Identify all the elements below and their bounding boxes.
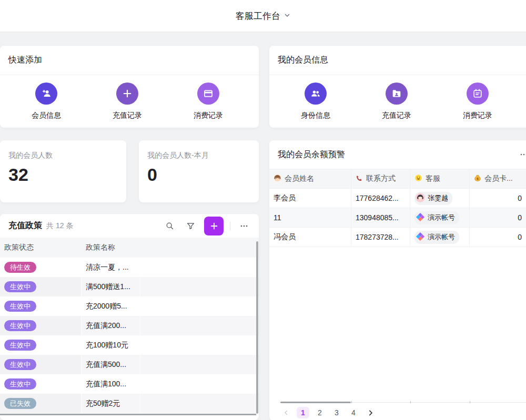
page-button[interactable]: 3 — [330, 407, 343, 418]
balance-warning-card: 我的会员余额预警 会员姓名 联系方式 客服 $ 会员卡... — [269, 140, 526, 420]
policy-name-cell: 充值满500... — [82, 355, 140, 374]
status-badge: 生效中 — [4, 301, 36, 312]
table-row[interactable]: 生效中 充值满200... — [0, 316, 259, 335]
quick-add-card: 快速添加 会员信息 充值记录 — [0, 46, 259, 128]
quick-add-consume-record[interactable]: 消费记录 — [170, 83, 246, 120]
table-row[interactable]: 李会员 177628462... 张雯越 0 — [269, 189, 526, 208]
table-header-row: 政策状态 政策名称 — [0, 238, 259, 258]
prev-page-icon[interactable] — [280, 407, 292, 418]
balance-warning-title: 我的会员余额预警 — [278, 149, 345, 160]
policy-name-cell: 清凉一夏，... — [82, 258, 140, 277]
table-row[interactable]: 待生效 清凉一夏，... — [0, 258, 259, 277]
horizontal-scrollbar-thumb[interactable] — [280, 402, 351, 403]
member-recharge-record[interactable]: 充值记录 — [359, 83, 434, 120]
customer-service-workbench: { "top_bar": { "title": "客服工作台" }, "quic… — [0, 0, 526, 420]
table-row[interactable]: 冯会员 178273728... 演示帐号 0 — [269, 228, 526, 247]
agent-cell: 演示帐号 — [410, 208, 470, 227]
quick-add-recharge-record[interactable]: 充值记录 — [89, 83, 165, 120]
policy-name-cell: 充50赠2元 — [82, 394, 140, 413]
column-label: 政策名称 — [82, 238, 140, 258]
table-header-row: 会员姓名 联系方式 客服 $ 会员卡... — [269, 169, 526, 189]
policy-name-cell: 充100赠10元 — [82, 335, 140, 355]
column-label: 会员卡... — [484, 174, 513, 183]
table-row[interactable]: 已失效 充50赠2元 — [0, 394, 259, 413]
column-label: 客服 — [426, 174, 440, 183]
status-badge: 生效中 — [4, 359, 36, 371]
status-badge: 生效中 — [4, 340, 36, 351]
chevron-down-icon — [284, 11, 290, 21]
my-member-info-item-label: 消费记录 — [463, 111, 492, 120]
quick-add-member-info[interactable]: 会员信息 — [8, 83, 84, 120]
stat-value: 0 — [139, 160, 259, 183]
agent-name: 演示帐号 — [428, 232, 455, 242]
column-tick — [470, 401, 470, 403]
contact-cell: 177628462... — [351, 189, 410, 208]
agent-cell: 演示帐号 — [410, 228, 470, 247]
folder-user-icon — [386, 83, 408, 105]
table-row[interactable]: 生效中 充值满100... — [0, 374, 259, 394]
next-page-icon[interactable] — [364, 407, 377, 418]
table-row[interactable]: 生效中 满500赠送1... — [0, 277, 259, 296]
add-record-button[interactable] — [204, 217, 224, 235]
member-consume-record[interactable]: 消费记录 — [440, 83, 515, 120]
quick-add-title: 快速添加 — [8, 55, 42, 66]
vertical-scrollbar-thumb[interactable] — [256, 241, 258, 414]
calendar-icon — [467, 83, 489, 105]
table-row[interactable]: 生效中 充2000赠5... — [0, 296, 259, 316]
card-icon — [197, 83, 219, 105]
policy-name-cell: 充2000赠5... — [82, 296, 140, 316]
svg-text:$: $ — [477, 176, 479, 180]
status-badge: 已失效 — [4, 398, 36, 409]
quick-add-item-label: 充值记录 — [113, 111, 142, 120]
plus-icon — [116, 83, 138, 105]
policy-name-cell: 充值满100... — [82, 374, 140, 394]
card-balance-cell: 0 — [470, 228, 526, 247]
demo-logo — [416, 212, 425, 223]
member-add-icon — [35, 83, 57, 105]
table-row[interactable]: 生效中 充100赠10元 — [0, 335, 259, 355]
page-button[interactable]: 4 — [347, 407, 360, 418]
my-member-info-title: 我的会员信息 — [278, 55, 328, 66]
member-count-card: 我的会员人数 32 — [0, 140, 126, 202]
status-badge: 生效中 — [4, 320, 36, 332]
more-icon[interactable] — [520, 150, 526, 159]
balance-warning-table: 会员姓名 联系方式 客服 $ 会员卡... 李会员 177628462... 张… — [269, 169, 526, 247]
status-badge: 生效中 — [4, 281, 36, 293]
table-row[interactable]: 11 130948085... 演示帐号 0 — [269, 208, 526, 228]
card-balance-cell: 0 — [470, 189, 526, 208]
my-member-info-item-label: 充值记录 — [382, 111, 411, 120]
contact-cell: 178273728... — [351, 228, 410, 247]
moneybag-icon: $ — [474, 175, 481, 183]
recharge-policy-table: 政策状态 政策名称 待生效 清凉一夏，... 生效中 满500赠送1... 生效… — [0, 238, 259, 413]
page-button[interactable]: 1 — [297, 407, 309, 418]
table-row[interactable]: 生效中 充值满500... — [0, 355, 259, 374]
more-icon[interactable] — [237, 219, 251, 233]
policy-name-cell: 充值满200... — [82, 316, 140, 335]
workbench-switcher[interactable]: 客服工作台 — [236, 10, 290, 22]
filter-icon[interactable] — [183, 219, 198, 233]
recharge-policy-title: 充值政策 — [8, 220, 42, 231]
column-tick — [410, 401, 411, 403]
status-badge: 生效中 — [4, 378, 36, 390]
quick-add-item-label: 消费记录 — [194, 111, 223, 120]
horizontal-scrollbar-thumb[interactable] — [0, 414, 256, 415]
card-balance-cell: 0 — [470, 208, 526, 227]
member-name-cell: 冯会员 — [269, 228, 351, 247]
status-badge: 待生效 — [4, 262, 36, 273]
member-identity-info[interactable]: 身份信息 — [278, 83, 353, 120]
page-button[interactable]: 2 — [313, 407, 326, 418]
girl-avatar — [416, 193, 425, 204]
search-icon[interactable] — [162, 219, 177, 233]
member-name-cell: 李会员 — [269, 189, 351, 208]
divider — [230, 222, 230, 230]
agent-name: 演示帐号 — [428, 213, 455, 222]
contact-cell: 130948085... — [351, 208, 410, 227]
member-name-cell: 11 — [269, 208, 351, 227]
quick-add-item-label: 会员信息 — [32, 111, 61, 120]
stat-value: 32 — [0, 160, 126, 183]
demo-logo — [416, 232, 425, 243]
column-label: 会员姓名 — [285, 174, 314, 183]
page-title: 客服工作台 — [236, 10, 280, 22]
record-count: 共 12 条 — [46, 221, 73, 231]
pagination: 1 2 3 4 — [280, 407, 377, 418]
